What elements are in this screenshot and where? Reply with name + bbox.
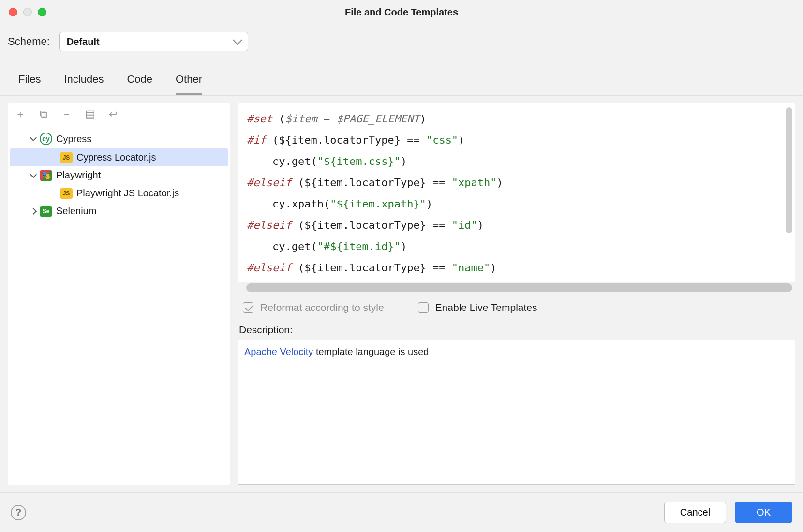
tab-other[interactable]: Other [176, 67, 202, 95]
tree-group-playwright[interactable]: 🎭Playwright [10, 166, 228, 184]
paste-icon[interactable]: ▤ [84, 108, 96, 120]
minimize-window-icon [23, 8, 32, 16]
chevron-down-icon [233, 35, 242, 45]
code-area-wrap: #set ($item = $PAGE_ELEMENT)#if (${item.… [238, 103, 795, 282]
zoom-window-icon[interactable] [38, 8, 46, 16]
window-title: File and Code Templates [8, 7, 795, 18]
dialog-footer: ? Cancel OK [0, 492, 803, 532]
copy-icon[interactable]: ⧉ [38, 108, 49, 120]
code-line: #elseif (${item.locatorType} == "name") [247, 257, 787, 279]
tab-files[interactable]: Files [18, 67, 41, 95]
live-templates-checkbox[interactable] [418, 302, 429, 313]
titlebar: File and Code Templates [0, 0, 803, 24]
live-templates-label: Enable Live Templates [435, 302, 537, 313]
live-templates-checkbox-group[interactable]: Enable Live Templates [418, 302, 537, 313]
template-tree[interactable]: cyCypressJSCypress Locator.js🎭Playwright… [8, 125, 230, 485]
reformat-checkbox [243, 302, 253, 313]
selenium-icon: Se [40, 206, 52, 217]
horizontal-scrollbar[interactable] [246, 283, 792, 292]
code-line: #if (${item.locatorType} == "css") [247, 130, 787, 151]
remove-icon[interactable]: － [61, 108, 73, 120]
cypress-icon: cy [40, 133, 52, 145]
reformat-label: Reformat according to style [260, 302, 384, 313]
reformat-checkbox-group: Reformat according to style [243, 302, 384, 313]
tree-toolbar: ＋ ⧉ － ▤ ↩ [8, 103, 230, 125]
tree-group-label: Selenium [56, 206, 96, 217]
description-label: Description: [238, 318, 795, 340]
description-text: template language is used [313, 346, 429, 357]
chevron-down-icon[interactable] [30, 171, 37, 177]
cancel-button[interactable]: Cancel [664, 502, 726, 523]
close-window-icon[interactable] [9, 8, 17, 16]
code-line: cy.get("#${item.id}") [247, 236, 787, 257]
code-line: #elseif (${item.locatorType} == "id") [247, 215, 787, 236]
template-tree-panel: ＋ ⧉ － ▤ ↩ cyCypressJSCypress Locator.js🎭… [8, 103, 230, 485]
help-icon[interactable]: ? [11, 505, 26, 520]
template-editor-panel: #set ($item = $PAGE_ELEMENT)#if (${item.… [238, 103, 795, 485]
template-code-editor[interactable]: #set ($item = $PAGE_ELEMENT)#if (${item.… [238, 103, 795, 282]
scheme-dropdown[interactable]: Default [59, 32, 248, 51]
js-file-icon: JS [60, 152, 73, 163]
tree-item-label: Cypress Locator.js [76, 152, 156, 163]
code-line: cy.get("${item.css}") [247, 151, 787, 172]
tree-item[interactable]: JSPlaywright JS Locator.js [10, 184, 228, 202]
window-controls [9, 8, 46, 16]
add-icon[interactable]: ＋ [15, 108, 26, 120]
footer-buttons: Cancel OK [664, 502, 792, 523]
chevron-down-icon[interactable] [30, 134, 37, 141]
tab-bar: FilesIncludesCodeOther [0, 60, 803, 96]
tree-group-selenium[interactable]: SeSelenium [10, 202, 228, 220]
revert-icon[interactable]: ↩ [107, 108, 119, 120]
scheme-label: Scheme: [8, 35, 50, 48]
code-line: cy.xpath("${item.xpath}") [247, 193, 787, 215]
tab-code[interactable]: Code [127, 67, 152, 95]
tree-item-label: Playwright JS Locator.js [76, 188, 179, 199]
ok-button[interactable]: OK [735, 502, 792, 523]
tree-group-label: Playwright [56, 170, 101, 181]
tab-includes[interactable]: Includes [64, 67, 104, 95]
tree-group-cypress[interactable]: cyCypress [10, 129, 228, 148]
scheme-row: Scheme: Default [0, 24, 803, 60]
playwright-icon: 🎭 [40, 170, 52, 181]
tree-item[interactable]: JSCypress Locator.js [10, 148, 228, 166]
js-file-icon: JS [60, 188, 73, 199]
code-line: #set ($item = $PAGE_ELEMENT) [247, 108, 787, 130]
scheme-selected-value: Default [67, 36, 100, 47]
main-content: ＋ ⧉ － ▤ ↩ cyCypressJSCypress Locator.js🎭… [0, 96, 803, 492]
options-row: Reformat according to style Enable Live … [238, 292, 795, 318]
apache-velocity-link[interactable]: Apache Velocity [244, 346, 313, 357]
tree-group-label: Cypress [56, 133, 91, 145]
vertical-scrollbar[interactable] [786, 107, 792, 233]
description-box: Apache Velocity template language is use… [238, 340, 795, 485]
chevron-right-icon[interactable] [30, 207, 37, 214]
code-line: #elseif (${item.locatorType} == "xpath") [247, 172, 787, 193]
